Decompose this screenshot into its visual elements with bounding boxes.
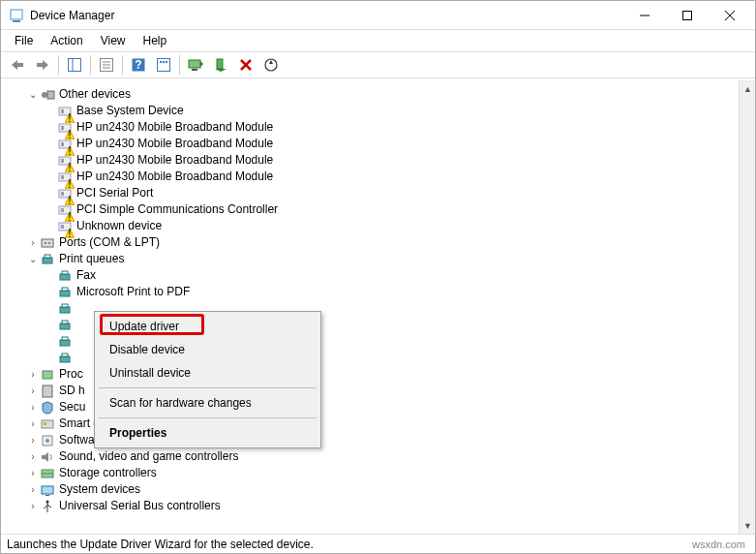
tree-item-other-device[interactable]: !Unknown device bbox=[13, 218, 739, 234]
context-properties[interactable]: Properties bbox=[98, 421, 318, 445]
svg-rect-70 bbox=[60, 274, 70, 280]
forward-button[interactable] bbox=[31, 53, 54, 77]
chevron-right-icon[interactable]: › bbox=[26, 450, 40, 464]
tree-category-print-queues[interactable]: ⌄ Print queues bbox=[13, 251, 739, 267]
tree-category-other-devices[interactable]: ⌄ Other devices bbox=[13, 86, 739, 103]
menu-view[interactable]: View bbox=[93, 32, 134, 49]
tree-category-sound[interactable]: ›Sound, video and game controllers bbox=[13, 448, 739, 465]
svg-point-67 bbox=[48, 242, 50, 244]
svg-rect-19 bbox=[160, 61, 162, 63]
tree-item-other-device[interactable]: !PCI Simple Communications Controller bbox=[13, 201, 739, 218]
context-disable-device[interactable]: Disable device bbox=[98, 338, 318, 361]
context-scan-hardware[interactable]: Scan for hardware changes bbox=[98, 391, 318, 415]
ports-icon bbox=[40, 235, 55, 251]
minimize-button[interactable] bbox=[623, 2, 666, 29]
svg-rect-0 bbox=[11, 10, 22, 19]
device-tree[interactable]: ⌄ Other devices !Base System Device!HP u… bbox=[1, 80, 739, 534]
separator bbox=[90, 55, 91, 75]
scan-hardware-button[interactable] bbox=[259, 53, 283, 77]
tree-item-print-queue[interactable]: Microsoft Print to PDF bbox=[13, 284, 739, 300]
svg-rect-78 bbox=[60, 340, 70, 346]
svg-point-66 bbox=[45, 242, 46, 244]
chevron-down-icon[interactable]: ⌄ bbox=[26, 88, 40, 102]
category-label: Other devices bbox=[59, 86, 131, 103]
category-label: Proc bbox=[59, 366, 83, 383]
tree-item-other-device[interactable]: !Base System Device bbox=[13, 103, 739, 119]
tree-item-other-device[interactable]: !HP un2430 Mobile Broadband Module bbox=[13, 119, 739, 136]
help-button[interactable]: ? bbox=[127, 53, 150, 77]
tree-category-storage[interactable]: ›Storage controllers bbox=[13, 465, 739, 481]
device-label: HP un2430 Mobile Broadband Module bbox=[76, 136, 273, 152]
category-icon bbox=[40, 416, 55, 432]
category-icon bbox=[40, 482, 55, 498]
svg-rect-68 bbox=[43, 258, 52, 263]
chevron-down-icon[interactable]: ⌄ bbox=[26, 253, 40, 266]
svg-rect-42 bbox=[61, 142, 64, 146]
tree-item-other-device[interactable]: !HP un2430 Mobile Broadband Module bbox=[13, 152, 739, 169]
svg-point-87 bbox=[45, 439, 49, 443]
svg-rect-74 bbox=[60, 307, 70, 313]
menu-help[interactable]: Help bbox=[136, 32, 175, 49]
device-label: Unknown device bbox=[76, 218, 162, 234]
svg-rect-58 bbox=[61, 208, 64, 212]
chevron-right-icon[interactable]: › bbox=[26, 401, 40, 415]
tree-item-other-device[interactable]: !HP un2430 Mobile Broadband Module bbox=[13, 136, 739, 152]
chevron-right-icon[interactable]: › bbox=[26, 500, 40, 513]
category-icon bbox=[40, 400, 55, 416]
statusbar: Launches the Update Driver Wizard for th… bbox=[1, 534, 755, 553]
update-driver-button[interactable] bbox=[184, 53, 207, 77]
device-label: HP un2430 Mobile Broadband Module bbox=[76, 169, 273, 185]
menu-action[interactable]: Action bbox=[43, 32, 90, 49]
printer-icon bbox=[57, 318, 73, 333]
svg-rect-50 bbox=[61, 175, 64, 179]
context-separator bbox=[99, 417, 317, 418]
uninstall-device-button[interactable] bbox=[234, 53, 257, 77]
svg-text:?: ? bbox=[135, 58, 141, 72]
svg-rect-84 bbox=[42, 420, 53, 428]
svg-rect-73 bbox=[62, 288, 68, 291]
chevron-right-icon[interactable]: › bbox=[26, 368, 40, 382]
show-hide-console-tree-button[interactable] bbox=[63, 53, 86, 77]
svg-point-31 bbox=[42, 92, 47, 98]
properties-button[interactable] bbox=[95, 53, 118, 77]
chevron-right-icon[interactable]: › bbox=[26, 467, 40, 480]
svg-rect-7 bbox=[17, 63, 23, 67]
tree-item-other-device[interactable]: !PCI Serial Port bbox=[13, 185, 739, 201]
show-hidden-devices-button[interactable] bbox=[152, 53, 175, 77]
chevron-right-icon[interactable]: › bbox=[26, 385, 40, 398]
tree-item-print-queue[interactable]: Fax bbox=[13, 267, 739, 284]
svg-rect-69 bbox=[45, 255, 50, 258]
chevron-right-icon[interactable]: › bbox=[26, 434, 40, 447]
tree-category-usb[interactable]: ›Universal Serial Bus controllers bbox=[13, 498, 739, 514]
back-button[interactable] bbox=[6, 53, 29, 77]
svg-rect-23 bbox=[192, 69, 197, 71]
svg-rect-80 bbox=[60, 356, 70, 362]
tree-item-other-device[interactable]: !HP un2430 Mobile Broadband Module bbox=[13, 169, 739, 185]
watermark: wsxdn.com bbox=[692, 539, 745, 550]
scroll-down-button[interactable]: ▼ bbox=[740, 517, 756, 534]
svg-rect-92 bbox=[45, 495, 49, 496]
category-icon bbox=[40, 433, 55, 448]
tree-category-system[interactable]: ›System devices bbox=[13, 481, 739, 498]
scroll-up-button[interactable]: ▲ bbox=[740, 80, 756, 97]
window-title: Device Manager bbox=[30, 9, 623, 22]
svg-line-96 bbox=[47, 505, 51, 508]
chevron-right-icon[interactable]: › bbox=[26, 236, 40, 250]
printer-icon bbox=[40, 252, 55, 267]
tree-category-ports[interactable]: › Ports (COM & LPT) bbox=[13, 234, 739, 251]
context-uninstall-device[interactable]: Uninstall device bbox=[98, 361, 318, 385]
maximize-button[interactable] bbox=[666, 2, 709, 29]
menu-file[interactable]: File bbox=[7, 32, 41, 49]
svg-rect-18 bbox=[158, 59, 170, 72]
separator bbox=[122, 55, 123, 75]
vertical-scrollbar[interactable]: ▲ ▼ bbox=[739, 80, 755, 534]
svg-rect-75 bbox=[62, 304, 68, 307]
close-button[interactable] bbox=[709, 2, 751, 29]
chevron-right-icon[interactable]: › bbox=[26, 417, 40, 431]
svg-rect-81 bbox=[62, 354, 68, 356]
printer-icon bbox=[57, 301, 73, 317]
other-devices-icon bbox=[40, 87, 55, 103]
enable-device-button[interactable] bbox=[209, 53, 232, 77]
chevron-right-icon[interactable]: › bbox=[26, 483, 40, 497]
svg-rect-9 bbox=[37, 63, 43, 67]
